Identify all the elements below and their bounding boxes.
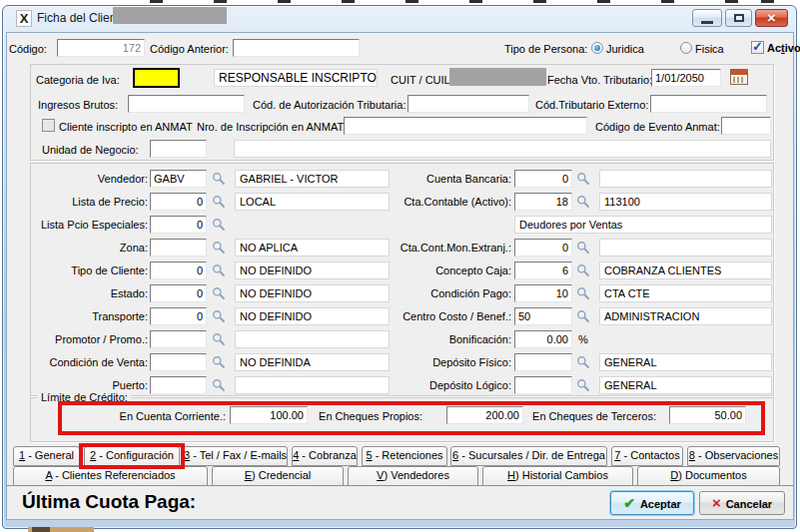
magnifier-icon[interactable]: [212, 218, 226, 232]
tab-configuracion[interactable]: 2 - Configuración: [84, 446, 180, 466]
radio-fisica[interactable]: [680, 42, 692, 54]
magnifier-icon[interactable]: [576, 355, 590, 369]
codigo-anterior-label: Código Anterior:: [150, 43, 229, 56]
tab-clientes-referenciados[interactable]: A - Clientes Referenciados: [13, 466, 208, 486]
radio-juridica-label: Juridica: [606, 43, 644, 56]
cta-contable-activo-desc: 113100: [599, 193, 772, 211]
codigo-anterior-input[interactable]: [233, 39, 360, 57]
condicion-de-venta-label: Condición de Venta:: [30, 356, 148, 369]
radio-juridica[interactable]: [591, 42, 603, 54]
fecha-vto-input[interactable]: 1/01/2050: [651, 69, 721, 87]
background-fragment: [214, 0, 227, 3]
tab-label: - Clientes Referenciados: [52, 469, 176, 481]
calendar-icon[interactable]: [730, 69, 748, 85]
transporte-input[interactable]: 0: [150, 307, 207, 325]
cod-tributario-externo-input[interactable]: [650, 95, 767, 113]
magnifier-icon[interactable]: [189, 71, 203, 85]
tab-label: ) Vendedores: [384, 469, 448, 481]
magnifier-icon[interactable]: [212, 378, 226, 392]
maximize-button[interactable]: [725, 9, 752, 27]
nro-inscripcion-label: Nro. de Inscripción en ANMAT:: [197, 121, 346, 134]
tab-retenciones[interactable]: 5 - Retenciones: [362, 446, 447, 466]
background-fragment: [725, 0, 738, 3]
deposito-fisico-input[interactable]: [514, 353, 572, 371]
cancelar-button[interactable]: ×Cancelar: [699, 491, 785, 515]
condicion-de-venta-input[interactable]: [150, 353, 207, 371]
activo-checkbox[interactable]: ✓: [751, 41, 764, 54]
magnifier-icon[interactable]: [576, 172, 590, 186]
cta-contable-activo-input[interactable]: 18: [514, 193, 572, 211]
magnifier-icon[interactable]: [212, 195, 226, 209]
condicion-pago-desc: CTA CTE: [599, 284, 772, 302]
tab-label: ) Documentos: [678, 469, 746, 481]
en-cheques-propios-input[interactable]: 200.00: [446, 406, 523, 424]
zona-input[interactable]: [150, 239, 207, 257]
close-button[interactable]: ×: [755, 9, 788, 27]
tipo-de-cliente-desc: NO DEFINIDO: [235, 262, 390, 279]
anmat-check-label: Cliente inscripto en ANMAT: [59, 121, 193, 134]
unidad-negocio-input[interactable]: [150, 140, 207, 158]
condicion-de-venta-desc: NO DEFINIDA: [235, 353, 390, 371]
cta-cont-mon-extranj-input[interactable]: 0: [514, 239, 572, 257]
magnifier-icon[interactable]: [212, 332, 226, 346]
bonificacion-input[interactable]: 0.00: [514, 330, 572, 348]
tipo-de-cliente-input[interactable]: 0: [150, 262, 207, 279]
cod-autorizacion-input[interactable]: [407, 95, 529, 113]
tab-credencial[interactable]: E) Credencial: [212, 466, 344, 486]
puerto-input[interactable]: [150, 376, 207, 394]
background-fragment: [469, 0, 482, 3]
magnifier-icon[interactable]: [212, 172, 226, 186]
en-cheques-de-terceros-input[interactable]: 50.00: [669, 406, 746, 424]
lista-de-precio-input[interactable]: 0: [150, 193, 207, 211]
tab-documentos[interactable]: D) Documentos: [637, 466, 780, 486]
aceptar-button[interactable]: ✔Aceptar: [610, 491, 694, 515]
lista-pcio-especiales-input[interactable]: 0: [150, 216, 207, 234]
tab-sucursales-dir-de-entrega[interactable]: 6 - Sucursales / Dir. de Entrega: [450, 446, 607, 466]
concepto-caja-input[interactable]: 6: [514, 262, 572, 279]
magnifier-icon[interactable]: [576, 241, 590, 255]
magnifier-icon[interactable]: [576, 286, 590, 300]
cuenta-bancaria-input[interactable]: 0: [514, 170, 572, 188]
tab-tel-fax-e-mails[interactable]: 3 - Tel / Fax / E-mails: [183, 446, 288, 466]
nro-inscripcion-input[interactable]: [344, 117, 587, 135]
background-fragment: [150, 0, 163, 3]
concepto-caja-desc: COBRANZA CLIENTES: [599, 262, 772, 279]
en-cuenta-corriente-input[interactable]: 100.00: [230, 406, 308, 424]
vendedor-desc: GABRIEL - VICTOR: [235, 170, 390, 188]
magnifier-icon[interactable]: [576, 309, 590, 323]
magnifier-icon[interactable]: [212, 241, 226, 255]
magnifier-icon[interactable]: [576, 378, 590, 392]
tab-observaciones[interactable]: 8 - Observaciones: [687, 446, 780, 466]
vendedor-input[interactable]: GABV: [150, 170, 207, 188]
tab-general[interactable]: 1 - General: [13, 446, 80, 466]
cod-evento-anmat-input[interactable]: [721, 117, 771, 135]
background-fragment: [32, 527, 50, 532]
magnifier-icon[interactable]: [212, 355, 226, 369]
minimize-button[interactable]: [692, 9, 722, 27]
promotor-promo-input[interactable]: [150, 330, 207, 348]
tab-contactos[interactable]: 7 - Contactos: [611, 446, 683, 466]
magnifier-icon[interactable]: [576, 264, 590, 277]
magnifier-icon[interactable]: [213, 142, 227, 156]
codigo-input[interactable]: 172: [57, 39, 145, 57]
tab-historial-cambios[interactable]: H) Historial Cambios: [482, 466, 633, 486]
tab-vendedores[interactable]: V) Vendedores: [348, 466, 478, 486]
magnifier-icon[interactable]: [212, 286, 226, 300]
deposito-logico-input[interactable]: [514, 376, 572, 394]
tab-cobranza[interactable]: 4 - Cobranza: [292, 446, 358, 466]
categoria-iva-input[interactable]: [133, 68, 180, 88]
magnifier-icon[interactable]: [576, 195, 590, 209]
anmat-checkbox[interactable]: [42, 119, 55, 132]
centro-costo-benef-input[interactable]: 50: [514, 307, 572, 325]
ingresos-brutos-input[interactable]: [128, 95, 245, 113]
cuenta-bancaria-desc: [599, 170, 772, 188]
magnifier-icon[interactable]: [212, 264, 226, 277]
estado-input[interactable]: 0: [150, 284, 207, 302]
vendedor-label: Vendedor:: [30, 173, 148, 186]
transporte-desc: NO DEFINIDO: [235, 307, 390, 325]
radio-dot: [594, 45, 600, 51]
categoria-iva-desc: RESPONSABLE INSCRIPTO: [214, 69, 378, 87]
activo-label: Activo: [767, 42, 800, 55]
condicion-pago-input[interactable]: 10: [514, 284, 572, 302]
magnifier-icon[interactable]: [212, 309, 226, 323]
